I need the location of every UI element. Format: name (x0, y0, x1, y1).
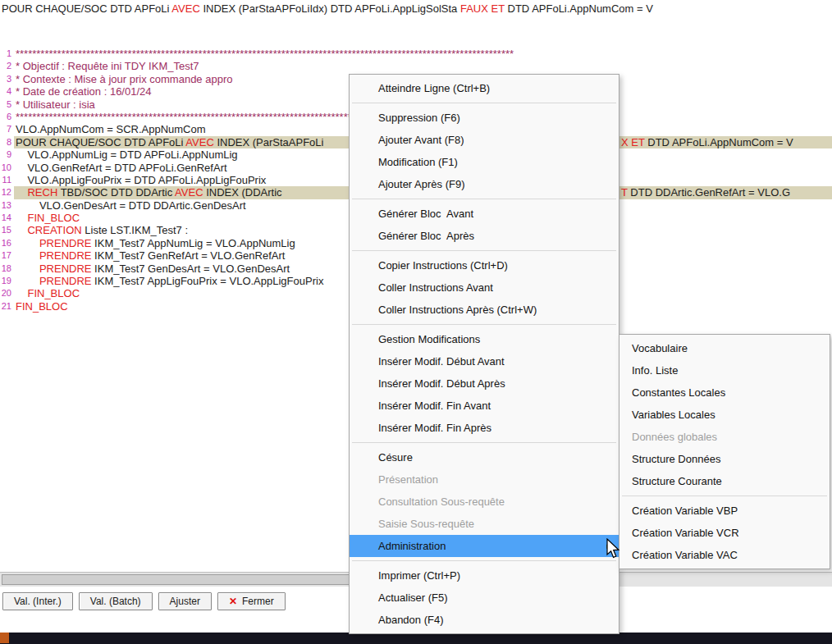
menu-item-label: Consultation Sous-requête (378, 496, 505, 508)
line-number: 3 (0, 73, 11, 85)
menu-item-label: Atteindre Ligne (Ctrl+B) (378, 82, 490, 94)
horizontal-scrollbar-thumb[interactable] (2, 574, 354, 585)
menu-item-label: Ajouter Après (F9) (378, 178, 465, 190)
menu-item-coller-instructions-avant[interactable]: Coller Instructions Avant (350, 276, 619, 299)
line-number: 16 (0, 237, 11, 249)
menu-item-inserer-modif-debut-avant[interactable]: Insérer Modif. Début Avant (350, 350, 619, 372)
code-segment: VLO.GenRefArt = DTD APFoLi.GenRefArt (16, 162, 227, 174)
menu-item-inserer-modif-fin-avant[interactable]: Insérer Modif. Fin Avant (350, 395, 619, 417)
administration-submenu: VocabulaireInfo. ListeConstantes Locales… (619, 334, 830, 569)
line-number: 11 (0, 174, 11, 186)
menu-item-creation-variable-vac[interactable]: Création Variable VAC (619, 544, 830, 566)
menu-item-vocabulaire[interactable]: Vocabulaire (619, 337, 830, 359)
val-inter-button[interactable]: Val. (Inter.) (2, 592, 73, 610)
status-segment: FAUX ET (460, 2, 505, 15)
menu-separator (352, 442, 616, 443)
ajuster-button[interactable]: Ajuster (158, 592, 212, 610)
code-segment: FIN_BLOC (16, 300, 68, 313)
code-segment: POUR CHAQUE/SOC DTD APFoLi (16, 136, 185, 148)
code-segment: RECH (27, 186, 57, 199)
line-number: 10 (0, 162, 11, 174)
fermer-button[interactable]: ✕Fermer (217, 592, 286, 610)
menu-item-label: Suppression (F6) (378, 112, 460, 124)
status-segment: DTD APFoLi.AppNumCom = V (505, 2, 653, 15)
menu-item-inserer-modif-fin-apres[interactable]: Insérer Modif. Fin Après (350, 417, 619, 439)
code-segment (16, 275, 39, 287)
line-number: 18 (0, 263, 11, 275)
line-number: 9 (0, 148, 11, 161)
code-segment: CREATION (27, 224, 81, 236)
menu-item-label: Coller Instructions Après (Ctrl+W) (378, 304, 537, 316)
code-segment (16, 263, 39, 275)
code-line-2[interactable]: 2* Objectif : Requête ini TDY IKM_Test7 (0, 60, 832, 72)
menu-item-modification-f1[interactable]: Modification (F1) (350, 151, 619, 173)
taskbar-accent-square (0, 633, 9, 643)
val-batch-button[interactable]: Val. (Batch) (79, 592, 153, 610)
line-number: 15 (0, 224, 11, 236)
line-number: 19 (0, 275, 11, 287)
menu-item-actualiser-f5[interactable]: Actualiser (F5) (350, 587, 619, 609)
menu-item-generer-bloc-avant[interactable]: Générer Bloc Avant (350, 203, 619, 225)
menu-item-structure-courante[interactable]: Structure Courante (619, 470, 830, 492)
menu-separator (352, 199, 616, 199)
menu-item-label: Insérer Modif. Fin Après (378, 422, 491, 434)
menu-item-label: Création Variable VAC (632, 549, 738, 561)
menu-item-ajouter-apres-f9[interactable]: Ajouter Après (F9) (350, 173, 619, 195)
menu-item-label: Insérer Modif. Début Après (378, 377, 505, 390)
menu-item-structure-donnees[interactable]: Structure Données (619, 448, 830, 470)
menu-item-donnees-globales: Données globales (619, 426, 830, 448)
code-line-1[interactable]: 1***************************************… (0, 48, 832, 60)
menu-item-label: Gestion Modifications (378, 333, 480, 345)
menu-item-constantes-locales[interactable]: Constantes Locales (619, 381, 830, 404)
line-number: 12 (0, 186, 11, 199)
menu-item-label: Vocabulaire (632, 342, 688, 354)
menu-item-abandon-f4[interactable]: Abandon (F4) (350, 609, 619, 631)
menu-item-ajouter-avant-f8[interactable]: Ajouter Avant (F8) (350, 129, 619, 151)
menu-item-creation-variable-vcr[interactable]: Création Variable VCR (619, 522, 830, 544)
menu-item-gestion-modifications[interactable]: Gestion Modifications (350, 328, 619, 350)
code-segment: INDEX (DDArtic (203, 186, 282, 199)
action-button-row: Val. (Inter.)Val. (Batch)Ajuster✕Fermer (2, 592, 286, 612)
menu-item-creation-variable-vbp[interactable]: Création Variable VBP (619, 500, 830, 522)
menu-item-label: Saisie Sous-requête (378, 518, 474, 530)
button-label: Fermer (242, 596, 274, 607)
line-number: 21 (0, 300, 11, 313)
menu-item-label: Administration (378, 540, 446, 552)
code-segment (16, 224, 27, 236)
menu-item-label: Générer Bloc Après (378, 230, 474, 242)
code-segment (16, 287, 27, 299)
menu-item-atteindre-ligne-ctrl-b[interactable]: Atteindre Ligne (Ctrl+B) (350, 77, 619, 99)
code-segment: PRENDRE (39, 275, 92, 287)
menu-item-copier-instructions-ctrl-d[interactable]: Copier Instructions (Ctrl+D) (350, 254, 619, 276)
menu-item-administration[interactable]: Administration▸ (350, 535, 619, 557)
menu-item-info-liste[interactable]: Info. Liste (619, 359, 830, 381)
code-segment: VLO.GenDesArt = DTD DDArtic.GenDesArt (16, 199, 246, 212)
menu-item-variables-locales[interactable]: Variables Locales (619, 404, 830, 426)
menu-item-label: Abandon (F4) (378, 614, 444, 626)
code-segment: VLO.AppNumLig = DTD APFoLi.AppNumLig (16, 148, 238, 161)
editor-context-menu: Atteindre Ligne (Ctrl+B)Suppression (F6)… (349, 74, 619, 634)
code-segment: IKM_Test7 AppLigFouPrix = VLO.AppLigFouP… (91, 275, 323, 287)
code-line-12-right-fragment: T DTD DDArtic.GenRefArt = VLO.G (621, 186, 790, 199)
menu-item-suppression-f6[interactable]: Suppression (F6) (350, 107, 619, 129)
menu-separator (352, 324, 616, 325)
code-segment: TBD/SOC DTD DDArtic (57, 186, 175, 199)
code-segment: * Date de création : 16/01/24 (16, 85, 152, 98)
menu-item-label: Création Variable VCR (632, 527, 739, 539)
line-number: 7 (0, 123, 11, 135)
code-segment (16, 186, 27, 199)
code-segment (16, 249, 39, 262)
menu-item-imprimer-ctrl-p[interactable]: Imprimer (Ctrl+P) (350, 564, 619, 587)
status-segment: POUR CHAQUE/SOC DTD APFoLi (2, 2, 171, 15)
menu-item-cesure[interactable]: Césure (350, 446, 619, 468)
menu-item-label: Données globales (632, 431, 717, 443)
menu-item-inserer-modif-debut-apres[interactable]: Insérer Modif. Début Après (350, 372, 619, 395)
code-segment: VLO.AppLigFouPrix = DTD APFoLi.AppLigFou… (16, 174, 266, 186)
menu-item-coller-instructions-apres-ctrl-w[interactable]: Coller Instructions Après (Ctrl+W) (350, 299, 619, 321)
code-line-8-right-fragment: X ET DTD APFoLi.AppNumCom = V (621, 136, 793, 148)
line-number: 14 (0, 212, 11, 224)
code-segment: DTD APFoLi.AppNumCom = V (645, 136, 793, 148)
menu-item-generer-bloc-apres[interactable]: Générer Bloc Après (350, 225, 619, 247)
code-segment: FIN_BLOC (27, 212, 80, 224)
code-segment: PRENDRE (39, 263, 92, 275)
